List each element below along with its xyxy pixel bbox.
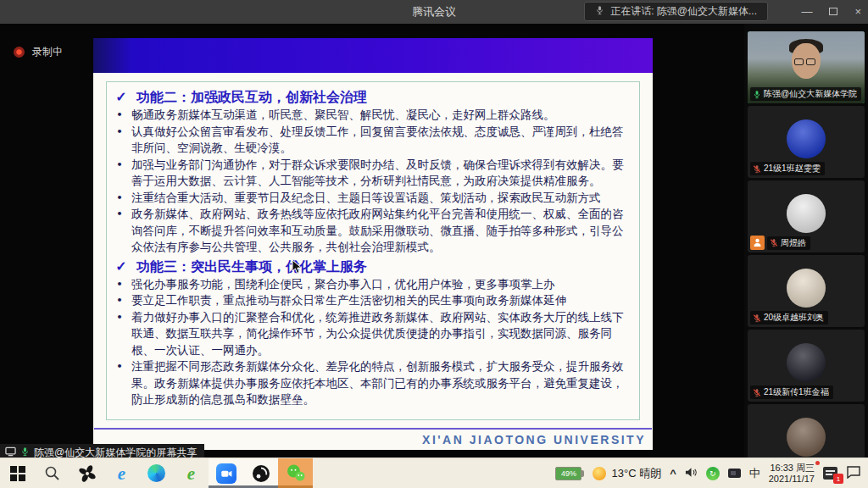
- bullet-item: •着力做好办事入口的汇聚整合和优化，统筹推进政务新媒体、政府网站、实体政务大厅的…: [114, 309, 631, 359]
- record-dot-icon: [14, 47, 25, 58]
- mic-muted-icon: [753, 313, 761, 323]
- participant-tile[interactable]: 周雪琴白小琴王颢顿: [748, 404, 865, 458]
- mic-muted-icon: [770, 238, 778, 247]
- participant-tile[interactable]: 周煜皓: [748, 180, 865, 252]
- windows-logo-icon: [10, 466, 25, 481]
- slide-body: ✓ 功能二：加强政民互动，创新社会治理 •畅通政务新媒体互动渠道，听民意、聚民智…: [93, 73, 653, 450]
- taskbar-app-wechat[interactable]: [278, 458, 313, 488]
- bullet-text: 加强与业务部门沟通协作，对于群众诉求要限时办结、及时反馈，确保合理诉求得到有效解…: [131, 157, 631, 190]
- bullet-icon: •: [114, 206, 124, 256]
- bullet-item: •注重结合重大活动、重要节日及纪念日、主题日等设置话题、策划活动，探索政民互动新…: [114, 190, 631, 207]
- bullet-text: 要立足工作职责，重点推动与群众日常生产生活密切相关的民生事项向政务新媒体延伸: [131, 292, 631, 309]
- clock-time: 16:33 周三: [769, 463, 815, 474]
- presentation-slide: ✓ 功能二：加强政民互动，创新社会治理 •畅通政务新媒体互动渠道，听民意、聚民智…: [93, 38, 653, 450]
- glasses: [794, 58, 815, 65]
- bullet-item: •注重把握不同形态政务新媒体分众化、差异化的特点，创新服务模式，扩大服务受众，提…: [114, 358, 631, 408]
- participant-avatar: [787, 194, 826, 233]
- bullet-icon: •: [114, 190, 124, 207]
- taskbar-app-green-browser[interactable]: e: [174, 458, 209, 488]
- taskbar-clock[interactable]: 16:33 周三 2021/11/17: [769, 463, 815, 485]
- slide-content: ✓ 功能二：加强政民互动，创新社会治理 •畅通政务新媒体互动渠道，听民意、聚民智…: [106, 81, 640, 420]
- bullet-icon: •: [114, 276, 124, 293]
- check-icon: ✓: [114, 87, 129, 107]
- bullet-list: •强化办事服务功能，围绕利企便民，聚合办事入口，优化用户体验，更多事项掌上办•要…: [114, 276, 631, 408]
- slide-section: ✓ 功能三：突出民生事项，优化掌上服务 •强化办事服务功能，围绕利企便民，聚合办…: [114, 257, 631, 408]
- bullet-text: 强化办事服务功能，围绕利企便民，聚合办事入口，优化用户体验，更多事项掌上办: [131, 276, 631, 293]
- participant-name: 21级1班赵雯雯: [764, 163, 821, 175]
- minimize-button[interactable]: —: [801, 0, 812, 24]
- bullet-item: •畅通政务新媒体互动渠道，听民意、聚民智、解民忧、凝民心，走好网上群众路线。: [114, 107, 631, 124]
- bullet-text: 注重把握不同形态政务新媒体分众化、差异化的特点，创新服务模式，扩大服务受众，提升…: [131, 358, 631, 408]
- screen-share-stage: 录制中 ✓ 功能二：加强政民互动，创新社会治理 •畅通政务新媒体互动渠道，听民意…: [0, 24, 744, 458]
- tencent-meeting-icon: [216, 463, 236, 484]
- bullet-icon: •: [114, 107, 124, 124]
- check-icon: ✓: [114, 257, 129, 276]
- system-tray: 49% 13°C 晴朗 ^ ↻ 中 16:33 周三 2021/11/17 1: [555, 458, 868, 488]
- weather-widget[interactable]: 13°C 晴朗: [593, 466, 661, 481]
- participant-name-label: 陈强@仙交大新媒体学院: [750, 87, 861, 101]
- restore-button[interactable]: [829, 0, 837, 24]
- input-method-indicator[interactable]: 中: [749, 466, 760, 481]
- clock-date: 2021/11/17: [769, 474, 815, 485]
- obs-icon: [252, 464, 270, 483]
- hand-raised-badge: [750, 236, 765, 250]
- action-center-icon[interactable]: [846, 465, 861, 481]
- edge-icon: [147, 464, 165, 482]
- slide-section: ✓ 功能二：加强政民互动，创新社会治理 •畅通政务新媒体互动渠道，听民意、聚民智…: [114, 87, 631, 256]
- tencent-meeting-window: 腾讯会议 正在讲话: 陈强@仙交大新媒体... — × 录制中: [0, 0, 868, 488]
- participant-name-label: 周煜皓: [767, 236, 810, 250]
- start-button[interactable]: [0, 458, 35, 488]
- taskbar-search-button[interactable]: [35, 458, 70, 488]
- participant-tile[interactable]: 21级新传1班金福: [748, 330, 865, 402]
- slide-header-band: [93, 38, 653, 73]
- taskbar-app-internet-explorer[interactable]: e: [104, 458, 139, 488]
- bullet-item: •政务新媒体、政府网站、政务热线等应依托政府网站集约化平台完善和使用统一、权威、…: [114, 206, 631, 256]
- participant-name: 陈强@仙交大新媒体学院: [764, 88, 857, 100]
- tray-app-icon[interactable]: [728, 469, 741, 478]
- bullet-icon: •: [114, 309, 124, 359]
- recording-label: 录制中: [32, 45, 63, 59]
- security-tray-icon[interactable]: ↻: [706, 467, 720, 480]
- participant-name: 周煜皓: [781, 237, 806, 249]
- battery-indicator[interactable]: 49%: [555, 467, 584, 480]
- bullet-text: 畅通政务新媒体互动渠道，听民意、聚民智、解民忧、凝民心，走好网上群众路线。: [131, 107, 631, 124]
- participant-tile[interactable]: 21级1班赵雯雯: [748, 106, 865, 178]
- windows-taskbar: e e 49% 13°C 晴朗 ^: [0, 458, 868, 488]
- participant-tile[interactable]: 陈强@仙交大新媒体学院: [748, 31, 865, 103]
- slide-section-heading: ✓ 功能三：突出民生事项，优化掌上服务: [114, 257, 631, 276]
- bullet-text: 认真做好公众留言审看发布、处理反馈工作，回复留言要依法依规、态度诚恳、严谨周到，…: [131, 124, 631, 157]
- participant-avatar: [787, 269, 826, 308]
- weather-text: 13°C 晴朗: [611, 466, 661, 481]
- recording-indicator: 录制中: [14, 45, 63, 59]
- bullet-list: •畅通政务新媒体互动渠道，听民意、聚民智、解民忧、凝民心，走好网上群众路线。•认…: [114, 107, 631, 256]
- participant-tile[interactable]: 20级卓越班刘奥: [748, 255, 865, 327]
- notification-tray-icon[interactable]: 1: [823, 467, 837, 480]
- bullet-icon: •: [114, 292, 124, 309]
- search-icon: [44, 465, 60, 481]
- bullet-text: 政务新媒体、政府网站、政务热线等应依托政府网站集约化平台完善和使用统一、权威、全…: [131, 206, 631, 256]
- mic-muted-icon: [753, 164, 761, 174]
- taskbar-app-edge[interactable]: [139, 458, 174, 488]
- bullet-icon: •: [114, 124, 124, 157]
- volume-icon[interactable]: [685, 467, 698, 480]
- mic-icon: [595, 5, 604, 18]
- participant-name: 20级卓越班刘奥: [764, 312, 824, 324]
- speaking-indicator: 正在讲话: 陈强@仙交大新媒体...: [584, 2, 768, 21]
- participant-avatar: [787, 119, 826, 158]
- window-titlebar: 腾讯会议 正在讲话: 陈强@仙交大新媒体... — ×: [0, 0, 868, 24]
- taskbar-app-tencent-meeting[interactable]: [209, 458, 243, 488]
- internet-explorer-icon: e: [118, 464, 125, 483]
- close-button[interactable]: ×: [854, 0, 861, 24]
- taskbar-app-obs-studio[interactable]: [243, 458, 278, 488]
- speaking-indicator-text: 正在讲话: 陈强@仙交大新媒体...: [610, 4, 757, 19]
- mic-on-icon: [753, 90, 761, 99]
- participant-name: 21级新传1班金福: [764, 386, 829, 398]
- participant-avatar: [787, 418, 826, 457]
- tray-expand-chevron[interactable]: ^: [670, 467, 676, 480]
- bullet-icon: •: [114, 358, 124, 408]
- bullet-item: •强化办事服务功能，围绕利企便民，聚合办事入口，优化用户体验，更多事项掌上办: [114, 276, 631, 293]
- green-browser-icon: e: [187, 464, 195, 483]
- restore-icon: [829, 8, 837, 15]
- taskbar-app-pinwheel-player[interactable]: [70, 458, 104, 488]
- bullet-item: •认真做好公众留言审看发布、处理反馈工作，回复留言要依法依规、态度诚恳、严谨周到…: [114, 124, 631, 157]
